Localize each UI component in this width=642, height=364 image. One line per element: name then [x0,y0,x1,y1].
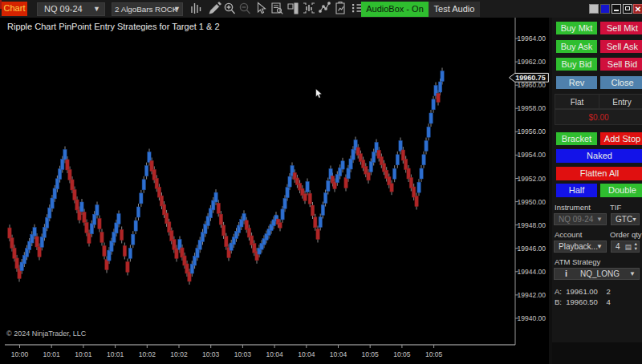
svg-text:19960.75: 19960.75 [515,74,546,82]
svg-text:19962.00: 19962.00 [518,58,547,66]
svg-text:19954.00: 19954.00 [518,151,547,159]
svg-text:Ripple Chart PinPoint Entry St: Ripple Chart PinPoint Entry Strategies f… [7,22,220,31]
svg-text:10:03: 10:03 [202,350,220,358]
svg-text:19956.00: 19956.00 [518,127,547,135]
svg-text:10:04: 10:04 [266,350,283,358]
svg-text:10:05: 10:05 [362,350,380,358]
svg-text:© 2024 NinjaTrader, LLC: © 2024 NinjaTrader, LLC [6,330,87,338]
svg-text:10:04: 10:04 [298,350,315,358]
svg-text:10:00: 10:00 [11,350,29,358]
svg-text:19950.00: 19950.00 [518,198,547,206]
svg-text:19946.00: 19946.00 [518,245,547,253]
svg-text:10:03: 10:03 [234,350,252,358]
svg-text:10:04: 10:04 [330,350,347,358]
svg-text:19964.00: 19964.00 [518,34,547,42]
svg-text:19952.00: 19952.00 [518,175,547,183]
svg-text:10:05: 10:05 [425,350,443,358]
svg-text:19942.00: 19942.00 [518,291,547,299]
svg-text:10:02: 10:02 [139,350,156,358]
svg-text:19944.00: 19944.00 [518,268,547,276]
svg-text:10:01: 10:01 [75,350,92,358]
svg-text:10:01: 10:01 [107,350,124,358]
svg-text:10:05: 10:05 [393,350,411,358]
svg-text:10:02: 10:02 [170,350,188,358]
svg-text:19948.00: 19948.00 [518,221,547,229]
svg-text:19958.00: 19958.00 [518,104,547,112]
svg-text:19940.00: 19940.00 [518,314,547,322]
svg-text:10:01: 10:01 [43,350,61,358]
